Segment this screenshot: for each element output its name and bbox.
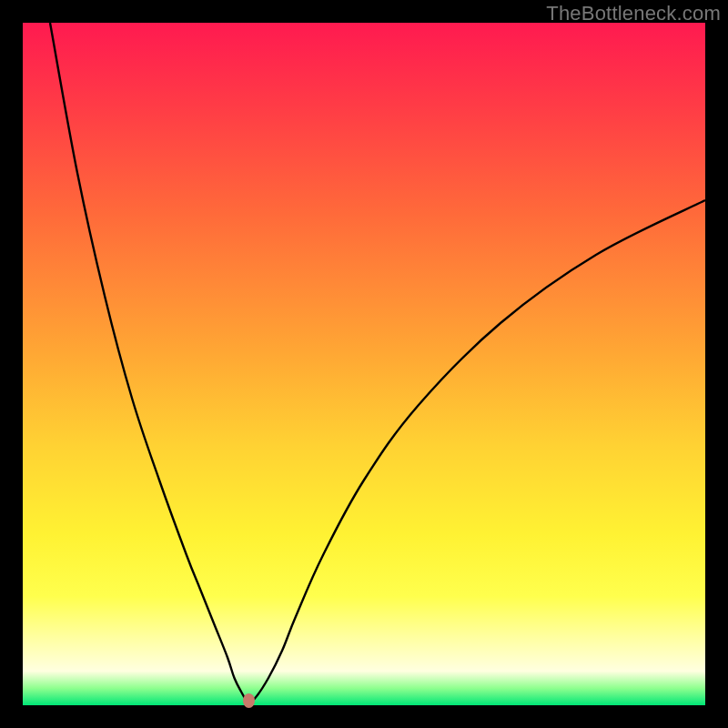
plot-area [23,23,705,705]
chart-frame: TheBottleneck.com [0,0,728,728]
curve-layer [23,23,705,705]
optimum-point [243,693,255,708]
bottleneck-curve [50,23,705,703]
